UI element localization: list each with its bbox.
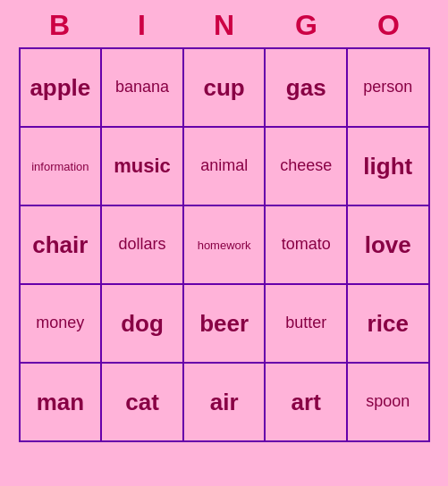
cell-text-4-3: art — [292, 389, 321, 415]
header-letter-N: N — [189, 9, 260, 42]
grid-cell-4-2: air — [183, 363, 266, 441]
grid-row-2: chairdollarshomeworktomatolove — [20, 205, 429, 284]
grid-cell-0-1: banana — [101, 48, 183, 127]
grid-cell-2-4: love — [347, 205, 429, 284]
cell-text-1-2: animal — [200, 156, 248, 174]
header-letter-I: I — [106, 9, 178, 42]
cell-text-3-0: money — [36, 314, 84, 331]
cell-text-3-2: beer — [199, 310, 249, 337]
header-letter-G: G — [271, 9, 342, 42]
grid-row-3: moneydogbeerbutterrice — [20, 284, 429, 363]
cell-text-0-4: person — [363, 78, 412, 96]
cell-text-2-4: love — [365, 231, 411, 258]
header-letter-B: B — [24, 9, 96, 42]
grid-cell-3-0: money — [20, 284, 102, 363]
cell-text-3-4: rice — [368, 310, 409, 337]
grid-cell-3-4: rice — [347, 284, 429, 363]
grid-cell-2-0: chair — [20, 205, 102, 284]
grid-cell-0-3: gas — [265, 48, 347, 127]
cell-text-1-4: light — [363, 153, 412, 180]
grid-cell-1-3: cheese — [265, 127, 347, 205]
grid-cell-0-0: apple — [20, 48, 102, 127]
grid-cell-1-4: light — [347, 127, 429, 205]
grid-cell-1-1: music — [101, 127, 183, 205]
cell-text-4-2: air — [210, 389, 239, 415]
grid-cell-4-3: art — [265, 363, 347, 441]
cell-text-0-3: gas — [286, 74, 326, 101]
bingo-header: BINGO — [19, 0, 430, 47]
cell-text-1-0: information — [31, 160, 89, 173]
cell-text-0-1: banana — [115, 78, 169, 96]
grid-cell-2-3: tomato — [265, 205, 347, 284]
cell-text-1-1: music — [114, 155, 171, 177]
grid-row-0: applebananacupgasperson — [20, 48, 429, 127]
cell-text-3-3: butter — [285, 314, 326, 331]
grid-cell-3-1: dog — [101, 284, 183, 363]
grid-cell-3-3: butter — [265, 284, 347, 363]
cell-text-0-2: cup — [204, 74, 245, 101]
grid-cell-0-4: person — [347, 48, 429, 127]
bingo-grid: applebananacupgaspersoninformationmusica… — [19, 47, 430, 442]
grid-row-4: mancatairartspoon — [20, 363, 429, 441]
cell-text-4-1: cat — [125, 389, 159, 415]
grid-cell-3-2: beer — [183, 284, 266, 363]
grid-cell-4-4: spoon — [347, 363, 429, 441]
grid-cell-0-2: cup — [183, 48, 266, 127]
cell-text-2-2: homework — [198, 239, 251, 252]
cell-text-0-0: apple — [30, 74, 90, 101]
cell-text-3-1: dog — [121, 310, 164, 337]
grid-cell-1-0: information — [20, 127, 102, 205]
cell-text-4-0: man — [37, 389, 84, 415]
cell-text-2-0: chair — [32, 231, 88, 258]
grid-cell-2-1: dollars — [101, 205, 183, 284]
cell-text-2-1: dollars — [119, 235, 166, 253]
grid-cell-4-0: man — [20, 363, 102, 441]
cell-text-1-3: cheese — [280, 156, 332, 174]
header-letter-O: O — [353, 9, 425, 42]
grid-cell-1-2: animal — [183, 127, 266, 205]
cell-text-4-4: spoon — [366, 392, 410, 410]
grid-cell-4-1: cat — [101, 363, 183, 441]
grid-cell-2-2: homework — [183, 205, 266, 284]
grid-row-1: informationmusicanimalcheeselight — [20, 127, 429, 205]
cell-text-2-3: tomato — [282, 235, 331, 253]
